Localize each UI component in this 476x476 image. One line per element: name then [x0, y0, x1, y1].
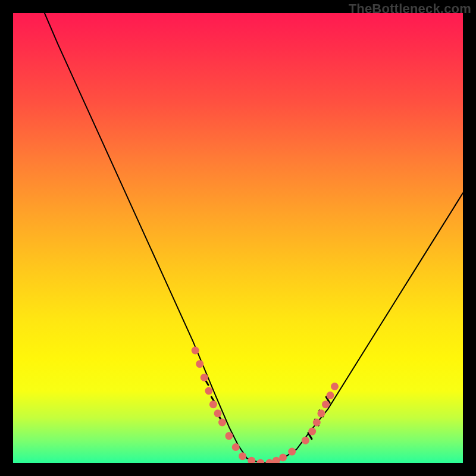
highlight-dot	[279, 453, 287, 461]
bottleneck-curve	[45, 13, 463, 463]
highlight-dot	[322, 400, 330, 408]
chart-svg	[13, 13, 463, 463]
highlight-dot	[196, 360, 203, 368]
highlight-dot	[214, 409, 222, 417]
highlight-dot	[232, 443, 240, 451]
highlight-dot	[317, 409, 325, 417]
highlight-dot	[273, 457, 280, 463]
highlight-dot	[288, 448, 296, 456]
highlight-dot	[256, 459, 264, 464]
highlight-dot	[205, 387, 212, 395]
highlight-dot	[248, 457, 255, 463]
highlight-dot	[209, 400, 217, 408]
highlight-dots-group	[192, 347, 339, 464]
highlight-dot	[308, 428, 316, 436]
highlight-dot	[192, 347, 199, 355]
highlight-dot	[218, 419, 226, 427]
highlight-dot	[239, 452, 246, 460]
highlight-dot	[302, 437, 309, 444]
highlight-dot	[331, 383, 339, 390]
highlight-dot	[201, 374, 208, 381]
highlight-dot	[313, 419, 321, 427]
highlight-dot	[265, 459, 273, 464]
highlight-dot	[327, 392, 334, 399]
highlight-dot	[225, 432, 233, 440]
chart-plot-area	[13, 13, 463, 463]
